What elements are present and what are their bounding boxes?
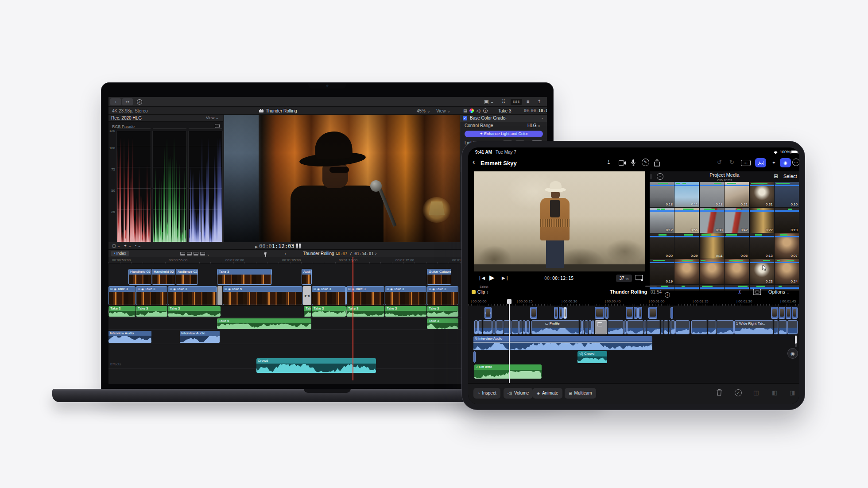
timeline-clip[interactable] [675, 320, 690, 334]
timeline-clip[interactable] [580, 320, 582, 334]
timeline-clip[interactable] [787, 320, 798, 334]
clip-appearance-icons[interactable]: ⌄ [180, 252, 210, 256]
media-thumbnail[interactable]: 0:12 [650, 208, 674, 233]
timeline-clip[interactable] [779, 320, 787, 334]
media-thumbnail[interactable]: 0:56 [674, 208, 699, 233]
connected-clip[interactable] [626, 307, 633, 319]
media-thumbnail[interactable]: 0:23 [750, 259, 774, 284]
connected-clip[interactable] [648, 307, 657, 319]
connected-clip[interactable] [530, 307, 537, 319]
audio-clip[interactable]: Take 3 [346, 306, 384, 317]
ipad-timeline-ruler[interactable]: | 00:00:00| 00:00:15| 00:00:30| 00:00:45… [468, 299, 799, 306]
timeline-clip[interactable] [474, 320, 478, 334]
timecode-display-icon[interactable]: ••• [741, 160, 751, 166]
timeline-clip[interactable] [595, 320, 607, 334]
timeline-clip[interactable] [647, 320, 660, 334]
skip-forward-icon[interactable]: ▶❘ [502, 275, 509, 280]
timeline-clip[interactable]: ▭ Profile [531, 320, 579, 334]
media-thumbnail[interactable]: 0:11 [674, 182, 699, 207]
media-thumbnail[interactable]: 0:29 [674, 233, 699, 259]
timeline-clip[interactable] [478, 320, 482, 334]
background-tasks-icon[interactable]: ✓ [134, 98, 145, 105]
share-icon[interactable]: ↥ [537, 99, 541, 105]
timeline-clip[interactable] [664, 320, 668, 334]
connected-clip[interactable] [771, 307, 778, 319]
connected-clip[interactable]: Audience 02 [176, 269, 198, 285]
connected-clip[interactable]: Take 3 [217, 269, 272, 285]
jog-wheel-icon[interactable]: ◉ [780, 158, 791, 167]
speed-indicator[interactable]: 37 % [616, 275, 632, 282]
index-button[interactable]: • Index [111, 251, 129, 256]
blade-split-icon[interactable]: ✂ [736, 289, 743, 294]
timeline-clip[interactable] [774, 320, 778, 334]
enhance-tool-icon[interactable]: ✦ ⌄ [124, 244, 132, 248]
share-icon[interactable] [654, 159, 660, 167]
connected-clip[interactable] [605, 307, 608, 319]
options-menu[interactable]: Options ⌄ [768, 289, 790, 294]
connected-clip[interactable] [563, 307, 567, 319]
undo-icon[interactable]: ↺ [717, 159, 722, 166]
audio-clip[interactable]: Tak… [304, 306, 311, 317]
timeline-clip[interactable] [582, 320, 584, 334]
timeline-clip[interactable] [504, 320, 511, 334]
timeline-clip[interactable] [592, 320, 594, 334]
media-browser-icon[interactable] [755, 158, 766, 167]
transition-clip[interactable]: ▶◀ [303, 286, 311, 305]
connected-clip[interactable] [559, 307, 563, 319]
project-info-icon[interactable]: i [665, 289, 670, 298]
timeline-clip[interactable] [496, 320, 503, 334]
interview-audio-clip[interactable]: ⍉ Interview Audio [473, 336, 652, 350]
pencil-icon[interactable]: ✎ [642, 159, 649, 166]
timeline-clip[interactable] [512, 320, 519, 334]
media-thumbnail[interactable]: 0:24 [775, 259, 799, 284]
camera-icon[interactable] [619, 160, 627, 166]
ipad-playhead-handle[interactable] [507, 299, 512, 304]
retime-tool-icon[interactable]: ◔ ⌄ [134, 244, 141, 248]
scopes-view-menu[interactable]: View ⌄ [206, 116, 219, 120]
next-project-button[interactable]: › [375, 251, 376, 256]
ipad-timeline-tracks[interactable]: ◉ ✎▭ Profile1-Wide Right-Tak..⍉ Intervie… [468, 306, 799, 383]
multicam-video-clip[interactable]: ⊞◉Take 3 [427, 286, 458, 305]
control-range-select[interactable]: HLG ⇕ [527, 123, 540, 128]
timeline-clip[interactable] [624, 320, 627, 334]
section-collapse-icon[interactable]: ⌄ [541, 116, 544, 120]
connected-clip[interactable]: ✎ [484, 307, 492, 319]
crowd-effects-clip[interactable]: Crowd [256, 358, 376, 373]
multicam-video-clip[interactable]: ⊞◉Take 3 [168, 286, 217, 305]
media-thumbnail[interactable]: 0:13 [750, 233, 774, 259]
play-icon[interactable]: ▶ [255, 245, 258, 249]
connected-clip[interactable] [670, 307, 673, 319]
timeline-clip[interactable] [708, 320, 716, 334]
media-thumbnail[interactable] [674, 259, 699, 284]
timeline-clip[interactable] [526, 320, 530, 334]
audio-sliver-clip[interactable] [473, 351, 476, 363]
viewer-zoom-menu[interactable]: 45% ⌄ [417, 108, 430, 113]
ipad-playhead[interactable] [509, 299, 510, 383]
audio-clip[interactable]: Take 3 [427, 306, 458, 317]
media-thumbnail[interactable] [700, 259, 724, 284]
import-icon[interactable]: ↓ [110, 98, 121, 105]
clip-mode-toggle[interactable]: Clip ⇕ [472, 290, 489, 294]
audio-clip[interactable]: Take 5 [217, 318, 311, 329]
list-pill-icon[interactable]: 888 [511, 99, 522, 105]
color-wheel-icon[interactable] [469, 108, 474, 113]
display-output-icon[interactable] [636, 275, 643, 281]
multicam-video-clip[interactable]: ⊞◉Take 3 [136, 286, 167, 305]
media-thumbnail[interactable]: 0:10 [775, 182, 799, 207]
crowd-audio-clip[interactable]: ◁) Crowd [577, 351, 607, 363]
speaker-icon[interactable]: ◁) [476, 108, 480, 113]
connected-clip[interactable] [792, 307, 798, 319]
multicam-video-clip[interactable]: ⊞◉Take 5 [223, 286, 302, 305]
animate-button[interactable]: ◈Animate [533, 388, 562, 399]
multicam-video-clip[interactable]: ⊞◉Take 3 [312, 286, 346, 305]
import-icon[interactable]: ⇣ [606, 159, 611, 166]
timeline-clip[interactable] [519, 320, 522, 334]
timeline-clip[interactable] [627, 320, 643, 334]
media-thumbnail[interactable]: 0:19 [650, 259, 674, 284]
chevron-down-icon[interactable]: ⌄ [504, 116, 508, 120]
info-icon[interactable]: i [483, 108, 488, 113]
timeline-clip[interactable]: 1-Wide Right-Tak.. [734, 320, 773, 334]
multicam-video-clip[interactable]: ⊞◉Take 3 [346, 286, 384, 305]
redo-icon[interactable]: ↻ [729, 159, 734, 166]
volume-button[interactable]: ◁)Volume [504, 388, 533, 399]
